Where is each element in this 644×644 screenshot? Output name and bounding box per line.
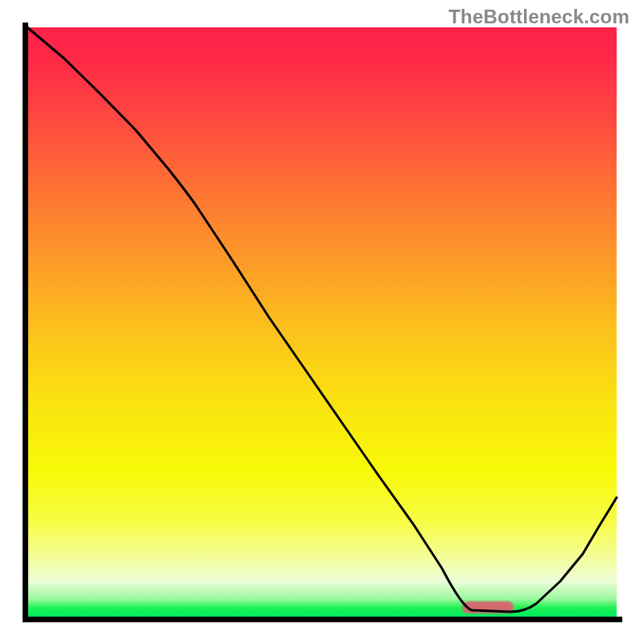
y-axis [23, 23, 28, 622]
chart-stage: TheBottleneck.com [0, 0, 644, 644]
watermark-text: TheBottleneck.com [448, 6, 630, 28]
bottleneck-curve [27, 27, 617, 612]
curve-layer [27, 27, 617, 617]
plot-area [27, 27, 617, 617]
x-axis [23, 617, 622, 622]
